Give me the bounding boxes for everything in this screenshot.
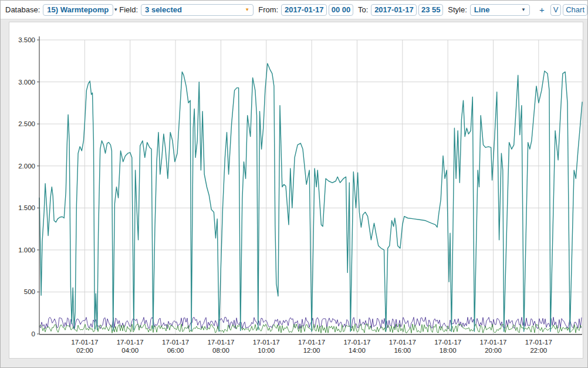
app-window: Database: 15) Warmtepomp ▼ Field: 3 sele… [0,0,588,368]
svg-text:02:00: 02:00 [76,347,93,354]
svg-text:16:00: 16:00 [394,347,411,354]
svg-text:500: 500 [24,288,35,295]
database-select-value: 15) Warmtepomp [47,5,109,14]
to-time-input[interactable] [418,4,443,16]
svg-text:17-01-17: 17-01-17 [117,339,144,346]
svg-text:06:00: 06:00 [167,347,184,354]
svg-text:17-01-17: 17-01-17 [343,339,370,346]
chart-button[interactable]: Chart [563,4,587,16]
toolbar: Database: 15) Warmtepomp ▼ Field: 3 sele… [1,1,587,19]
svg-text:18:00: 18:00 [440,347,457,354]
svg-text:12:00: 12:00 [303,347,320,354]
svg-text:1.000: 1.000 [18,247,35,254]
svg-text:17-01-17: 17-01-17 [71,339,98,346]
from-date-input[interactable] [281,4,327,16]
style-label: Style: [448,5,467,14]
chevron-down-icon: ▼ [521,8,526,12]
chevron-down-icon: ▼ [113,8,118,12]
svg-text:17-01-17: 17-01-17 [253,339,280,346]
to-label: To: [358,5,368,14]
svg-text:17-01-17: 17-01-17 [298,339,325,346]
svg-text:1.500: 1.500 [18,204,35,211]
svg-text:3.000: 3.000 [18,79,35,86]
to-date-input[interactable] [371,4,417,16]
line-chart: 05001.0001.5002.0002.5003.0003.50017-01-… [9,22,583,358]
database-select[interactable]: 15) Warmtepomp ▼ [43,4,113,16]
svg-text:0: 0 [32,330,35,337]
svg-text:17-01-17: 17-01-17 [525,339,552,346]
svg-text:04:00: 04:00 [121,347,138,354]
svg-text:17-01-17: 17-01-17 [389,339,416,346]
svg-text:17-01-17: 17-01-17 [162,339,189,346]
svg-text:3.500: 3.500 [18,36,35,43]
svg-text:2.500: 2.500 [18,120,35,127]
svg-text:20:00: 20:00 [485,347,502,354]
svg-text:14:00: 14:00 [349,347,366,354]
svg-text:2.000: 2.000 [18,163,35,170]
svg-text:10:00: 10:00 [258,347,275,354]
from-time-input[interactable] [329,4,353,16]
style-select[interactable]: Line ▼ [470,4,530,16]
database-label: Database: [5,5,40,14]
svg-text:22:00: 22:00 [530,347,547,354]
chart-panel: 05001.0001.5002.0002.5003.0003.50017-01-… [9,22,583,359]
svg-text:08:00: 08:00 [212,347,229,354]
v-button[interactable]: V [550,4,562,16]
field-select-value: 3 selected [145,5,182,14]
from-label: From: [258,5,278,14]
field-label: Field: [119,5,138,14]
svg-text:17-01-17: 17-01-17 [434,339,461,346]
field-select[interactable]: 3 selected ▼ [141,4,254,16]
chevron-down-icon: ▼ [245,8,249,12]
style-select-value: Line [474,5,490,14]
add-button[interactable]: + [536,4,548,15]
svg-text:17-01-17: 17-01-17 [479,339,506,346]
svg-text:17-01-17: 17-01-17 [207,339,234,346]
